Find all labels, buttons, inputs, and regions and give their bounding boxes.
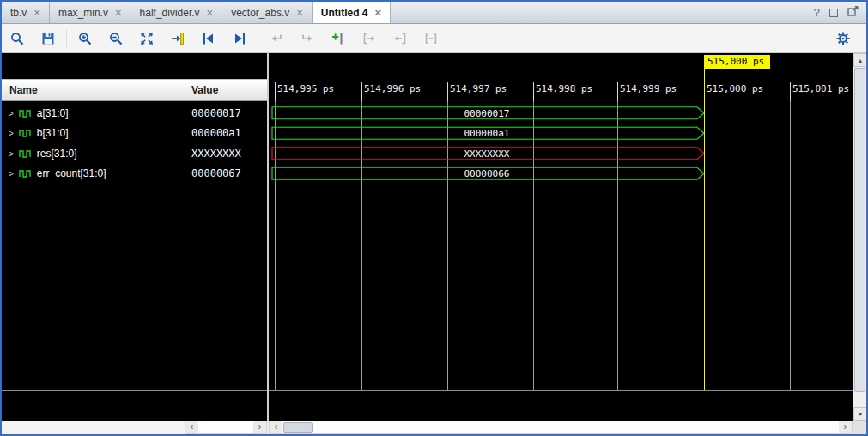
toolbar-separator [258, 30, 258, 47]
signal-name: res[31:0] [37, 148, 77, 160]
ruler-tick-label: 515,001 ps [792, 83, 849, 94]
signal-name: err_count[31:0] [37, 167, 106, 179]
bus-signal-icon [19, 149, 32, 159]
signal-value: XXXXXXXX [191, 148, 241, 160]
settings-gear-button[interactable] [830, 27, 856, 50]
wave-bus-a-value: 00000017 [464, 108, 510, 119]
pane-horizontal-divider[interactable] [2, 390, 267, 391]
ruler-tick-mark [617, 82, 618, 101]
ruler-tick-mark [447, 82, 448, 101]
time-ruler[interactable]: 514,995 ps 514,996 ps 514,997 ps 514,998… [269, 79, 853, 101]
zoom-fit-button[interactable] [134, 27, 160, 50]
save-button[interactable] [35, 27, 61, 50]
bus-waveforms: 00000017 000000a1 XXXXXXXX 00000066 [269, 103, 853, 185]
waveform-scrollbar[interactable]: ‹ › [269, 421, 853, 434]
waveform-viewer-window: tb.v × max_min.v × half_divider.v × vect… [0, 0, 868, 436]
go-to-cursor-button[interactable] [387, 27, 413, 50]
previous-marker-button[interactable] [264, 27, 289, 50]
bus-signal-icon [19, 109, 32, 118]
name-value-divider[interactable] [185, 101, 185, 421]
signal-header-row: Name Value [2, 79, 267, 101]
column-splitter[interactable] [185, 80, 185, 100]
wave-bus-b-value: 000000a1 [464, 128, 510, 139]
ruler-tick-label: 515,000 ps [707, 83, 763, 94]
wave-bus-res-value: XXXXXXXX [464, 148, 510, 160]
tab-label: max_min.v [58, 7, 108, 19]
expand-chevron-icon[interactable]: > [9, 129, 14, 138]
cursor-time-badge[interactable]: 515,000 ps [704, 55, 770, 69]
scroll-up-arrow[interactable]: ▲ [853, 53, 867, 67]
search-button[interactable] [4, 27, 30, 50]
vertical-scroll-thumb[interactable] [854, 68, 865, 392]
tab-half-divider-v[interactable]: half_divider.v × [131, 2, 223, 23]
signal-row-a[interactable]: > a[31:0] 00000017 [2, 103, 267, 124]
tab-label: tb.v [10, 7, 27, 19]
scroll-left-arrow[interactable]: ‹ [185, 421, 198, 433]
pane-horizontal-divider[interactable] [269, 390, 853, 391]
waveform-canvas[interactable]: 515,000 ps 514,995 ps 514,996 ps 514,997… [269, 53, 853, 421]
ruler-tick-label: 514,997 ps [450, 83, 507, 94]
bottom-scroll-area: ‹ › ‹ › [2, 421, 866, 434]
signal-name: a[31:0] [37, 107, 69, 119]
bus-signal-icon [19, 129, 32, 138]
float-ruler-button[interactable] [418, 27, 444, 50]
add-marker-button[interactable] [325, 27, 351, 50]
go-to-time-cursor-button[interactable] [165, 27, 191, 50]
name-column-header: Name [9, 84, 38, 96]
scroll-right-arrow[interactable]: › [253, 421, 266, 433]
horizontal-scroll-thumb[interactable] [283, 422, 313, 433]
next-marker-button[interactable] [294, 27, 320, 50]
tab-max-min-v[interactable]: max_min.v × [50, 2, 131, 23]
close-icon[interactable]: × [296, 7, 303, 18]
value-column-scrollbar[interactable]: ‹ › [185, 421, 267, 434]
signal-value: 00000067 [191, 167, 241, 179]
value-column-header: Value [191, 84, 218, 96]
toolbar-separator [66, 30, 67, 47]
signal-panel: Name Value > a[31:0] 00000017 > b[31:0] … [2, 53, 267, 421]
ruler-tick-label: 514,998 ps [536, 83, 592, 94]
signal-row-err-count[interactable]: > err_count[31:0] 00000067 [2, 163, 267, 184]
scroll-left-arrow[interactable]: ‹ [270, 421, 282, 433]
bus-signal-icon [19, 169, 32, 179]
time-cursor-line[interactable] [704, 69, 705, 390]
ruler-tick-label: 514,999 ps [620, 83, 677, 94]
signal-row-res[interactable]: > res[31:0] XXXXXXXX [2, 143, 267, 164]
wave-toolbar [2, 24, 866, 53]
tab-tb-v[interactable]: tb.v × [2, 2, 50, 23]
scroll-right-arrow[interactable]: › [839, 421, 852, 433]
expand-chevron-icon[interactable]: > [9, 169, 14, 179]
window-controls: ? [814, 2, 866, 23]
tab-vector-abs-v[interactable]: vector_abs.v × [222, 2, 313, 23]
ruler-tick-mark [533, 82, 534, 101]
help-button[interactable]: ? [814, 6, 820, 19]
swap-cursors-button[interactable] [356, 27, 382, 50]
expand-chevron-icon[interactable]: > [9, 109, 14, 118]
signal-row-b[interactable]: > b[31:0] 000000a1 [2, 123, 267, 143]
next-transition-button[interactable] [227, 27, 252, 50]
wave-bus-err-count-value: 00000066 [464, 168, 510, 179]
ruler-tick-label: 514,995 ps [277, 83, 334, 94]
signal-value: 00000017 [191, 107, 241, 119]
ruler-tick-mark [790, 82, 791, 101]
tab-label: half_divider.v [140, 7, 200, 19]
tab-untitled-4[interactable]: Untitled 4 × [313, 2, 391, 23]
zoom-in-button[interactable] [72, 27, 98, 50]
float-window-icon[interactable] [847, 6, 859, 19]
vertical-scrollbar[interactable]: ▲ ▼ [853, 53, 866, 421]
zoom-out-button[interactable] [103, 27, 129, 50]
maximize-icon[interactable] [829, 9, 838, 17]
ruler-tick-mark [361, 82, 362, 101]
close-icon[interactable]: × [207, 7, 214, 18]
close-icon[interactable]: × [33, 7, 40, 18]
scrollbar-corner [853, 421, 866, 434]
close-icon[interactable]: × [375, 7, 382, 18]
previous-transition-button[interactable] [196, 27, 222, 50]
ruler-tick-label: 514,996 ps [364, 83, 421, 94]
expand-chevron-icon[interactable]: > [9, 149, 14, 159]
bottom-left-filler [2, 421, 185, 434]
scroll-down-arrow[interactable]: ▼ [853, 407, 867, 421]
tab-bar: tb.v × max_min.v × half_divider.v × vect… [2, 2, 866, 24]
ruler-tick-mark [275, 82, 276, 101]
tab-label: Untitled 4 [321, 7, 368, 19]
close-icon[interactable]: × [115, 7, 122, 18]
